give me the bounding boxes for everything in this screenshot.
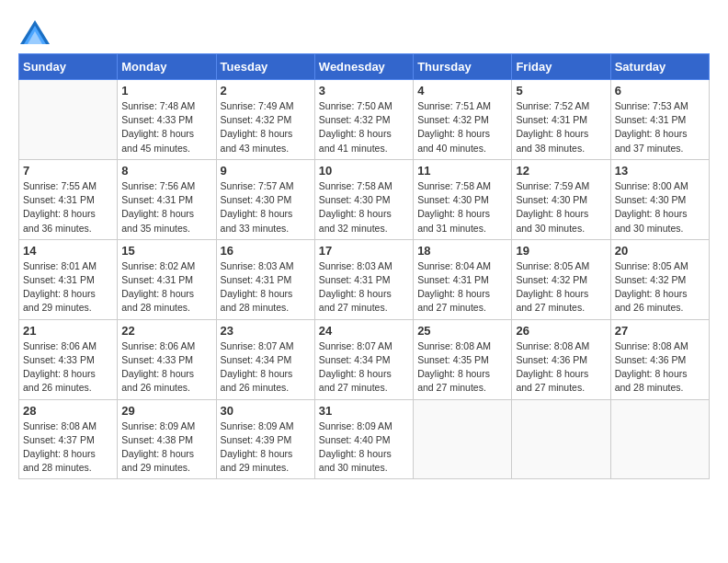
day-number: 4 xyxy=(417,84,507,98)
day-number: 14 xyxy=(23,244,113,258)
calendar-cell: 30Sunrise: 8:09 AMSunset: 4:39 PMDayligh… xyxy=(216,399,314,479)
calendar-cell: 6Sunrise: 7:53 AMSunset: 4:31 PMDaylight… xyxy=(610,80,709,160)
logo-icon xyxy=(18,18,48,44)
day-info: Sunrise: 8:09 AMSunset: 4:39 PMDaylight:… xyxy=(221,419,311,476)
day-number: 16 xyxy=(221,244,311,258)
day-info: Sunrise: 7:58 AMSunset: 4:30 PMDaylight:… xyxy=(417,179,507,236)
day-number: 7 xyxy=(23,164,113,178)
calendar-cell: 7Sunrise: 7:55 AMSunset: 4:31 PMDaylight… xyxy=(19,159,118,239)
calendar-week-0: 1Sunrise: 7:48 AMSunset: 4:33 PMDaylight… xyxy=(19,80,710,160)
calendar-cell: 1Sunrise: 7:48 AMSunset: 4:33 PMDaylight… xyxy=(118,80,216,160)
day-info: Sunrise: 8:09 AMSunset: 4:38 PMDaylight:… xyxy=(121,419,211,476)
calendar-cell: 24Sunrise: 8:07 AMSunset: 4:34 PMDayligh… xyxy=(314,319,413,399)
day-number: 22 xyxy=(121,324,211,338)
calendar-cell: 9Sunrise: 7:57 AMSunset: 4:30 PMDaylight… xyxy=(216,159,314,239)
calendar-cell: 23Sunrise: 8:07 AMSunset: 4:34 PMDayligh… xyxy=(216,319,314,399)
calendar-week-1: 7Sunrise: 7:55 AMSunset: 4:31 PMDaylight… xyxy=(19,159,710,239)
day-number: 2 xyxy=(221,84,311,98)
day-info: Sunrise: 8:07 AMSunset: 4:34 PMDaylight:… xyxy=(319,339,409,396)
calendar-body: 1Sunrise: 7:48 AMSunset: 4:33 PMDaylight… xyxy=(19,80,710,479)
day-info: Sunrise: 7:53 AMSunset: 4:31 PMDaylight:… xyxy=(615,99,705,155)
day-info: Sunrise: 8:00 AMSunset: 4:30 PMDaylight:… xyxy=(615,179,705,236)
day-number: 17 xyxy=(319,244,409,258)
day-number: 24 xyxy=(319,324,409,338)
day-number: 8 xyxy=(121,164,211,178)
calendar-cell: 14Sunrise: 8:01 AMSunset: 4:31 PMDayligh… xyxy=(19,239,118,319)
day-number: 30 xyxy=(221,404,311,418)
day-number: 3 xyxy=(319,84,409,98)
calendar-cell: 12Sunrise: 7:59 AMSunset: 4:30 PMDayligh… xyxy=(512,159,610,239)
day-number: 25 xyxy=(417,324,507,338)
calendar-table: SundayMondayTuesdayWednesdayThursdayFrid… xyxy=(18,53,710,479)
day-info: Sunrise: 8:06 AMSunset: 4:33 PMDaylight:… xyxy=(121,339,211,396)
day-number: 10 xyxy=(319,164,409,178)
weekday-header-row: SundayMondayTuesdayWednesdayThursdayFrid… xyxy=(19,54,710,80)
day-info: Sunrise: 7:58 AMSunset: 4:30 PMDaylight:… xyxy=(319,179,409,236)
day-number: 5 xyxy=(516,84,606,98)
day-number: 29 xyxy=(121,404,211,418)
day-number: 11 xyxy=(417,164,507,178)
day-info: Sunrise: 8:08 AMSunset: 4:35 PMDaylight:… xyxy=(417,339,507,396)
calendar-cell: 20Sunrise: 8:05 AMSunset: 4:32 PMDayligh… xyxy=(610,239,709,319)
day-info: Sunrise: 8:07 AMSunset: 4:34 PMDaylight:… xyxy=(221,339,311,396)
calendar-cell: 16Sunrise: 8:03 AMSunset: 4:31 PMDayligh… xyxy=(216,239,314,319)
weekday-monday: Monday xyxy=(118,54,216,80)
calendar-cell xyxy=(610,399,709,479)
calendar-cell: 26Sunrise: 8:08 AMSunset: 4:36 PMDayligh… xyxy=(512,319,610,399)
day-info: Sunrise: 7:57 AMSunset: 4:30 PMDaylight:… xyxy=(221,179,311,236)
day-number: 1 xyxy=(121,84,211,98)
calendar-cell xyxy=(512,399,610,479)
calendar-cell: 5Sunrise: 7:52 AMSunset: 4:31 PMDaylight… xyxy=(512,80,610,160)
day-info: Sunrise: 7:55 AMSunset: 4:31 PMDaylight:… xyxy=(23,179,113,236)
day-info: Sunrise: 7:48 AMSunset: 4:33 PMDaylight:… xyxy=(121,99,211,155)
weekday-saturday: Saturday xyxy=(610,54,709,80)
weekday-sunday: Sunday xyxy=(19,54,118,80)
calendar-cell: 31Sunrise: 8:09 AMSunset: 4:40 PMDayligh… xyxy=(314,399,413,479)
calendar-week-3: 21Sunrise: 8:06 AMSunset: 4:33 PMDayligh… xyxy=(19,319,710,399)
calendar-cell: 25Sunrise: 8:08 AMSunset: 4:35 PMDayligh… xyxy=(414,319,512,399)
calendar-cell: 28Sunrise: 8:08 AMSunset: 4:37 PMDayligh… xyxy=(19,399,118,479)
calendar-cell: 18Sunrise: 8:04 AMSunset: 4:31 PMDayligh… xyxy=(414,239,512,319)
calendar-cell: 11Sunrise: 7:58 AMSunset: 4:30 PMDayligh… xyxy=(414,159,512,239)
day-info: Sunrise: 7:59 AMSunset: 4:30 PMDaylight:… xyxy=(516,179,606,236)
day-info: Sunrise: 8:03 AMSunset: 4:31 PMDaylight:… xyxy=(319,259,409,316)
day-number: 19 xyxy=(516,244,606,258)
logo xyxy=(18,18,51,44)
day-info: Sunrise: 8:05 AMSunset: 4:32 PMDaylight:… xyxy=(516,259,606,316)
day-number: 20 xyxy=(615,244,705,258)
day-info: Sunrise: 8:09 AMSunset: 4:40 PMDaylight:… xyxy=(319,419,409,476)
calendar-cell xyxy=(414,399,512,479)
calendar-cell: 3Sunrise: 7:50 AMSunset: 4:32 PMDaylight… xyxy=(314,80,413,160)
day-number: 18 xyxy=(417,244,507,258)
calendar-cell: 19Sunrise: 8:05 AMSunset: 4:32 PMDayligh… xyxy=(512,239,610,319)
day-number: 27 xyxy=(615,324,705,338)
calendar-cell: 2Sunrise: 7:49 AMSunset: 4:32 PMDaylight… xyxy=(216,80,314,160)
day-info: Sunrise: 8:05 AMSunset: 4:32 PMDaylight:… xyxy=(615,259,705,316)
day-number: 26 xyxy=(516,324,606,338)
day-number: 21 xyxy=(23,324,113,338)
day-info: Sunrise: 8:08 AMSunset: 4:36 PMDaylight:… xyxy=(516,339,606,396)
calendar-cell: 4Sunrise: 7:51 AMSunset: 4:32 PMDaylight… xyxy=(414,80,512,160)
weekday-wednesday: Wednesday xyxy=(314,54,413,80)
day-info: Sunrise: 8:08 AMSunset: 4:36 PMDaylight:… xyxy=(615,339,705,396)
calendar-cell: 13Sunrise: 8:00 AMSunset: 4:30 PMDayligh… xyxy=(610,159,709,239)
day-info: Sunrise: 8:02 AMSunset: 4:31 PMDaylight:… xyxy=(121,259,211,316)
calendar-week-2: 14Sunrise: 8:01 AMSunset: 4:31 PMDayligh… xyxy=(19,239,710,319)
calendar-cell: 8Sunrise: 7:56 AMSunset: 4:31 PMDaylight… xyxy=(118,159,216,239)
day-info: Sunrise: 7:50 AMSunset: 4:32 PMDaylight:… xyxy=(319,99,409,155)
calendar-cell: 29Sunrise: 8:09 AMSunset: 4:38 PMDayligh… xyxy=(118,399,216,479)
day-info: Sunrise: 8:04 AMSunset: 4:31 PMDaylight:… xyxy=(417,259,507,316)
weekday-thursday: Thursday xyxy=(414,54,512,80)
day-number: 23 xyxy=(221,324,311,338)
calendar-cell: 10Sunrise: 7:58 AMSunset: 4:30 PMDayligh… xyxy=(314,159,413,239)
day-number: 6 xyxy=(615,84,705,98)
day-info: Sunrise: 7:49 AMSunset: 4:32 PMDaylight:… xyxy=(221,99,311,155)
calendar-cell xyxy=(19,80,118,160)
day-info: Sunrise: 7:51 AMSunset: 4:32 PMDaylight:… xyxy=(417,99,507,155)
day-info: Sunrise: 8:03 AMSunset: 4:31 PMDaylight:… xyxy=(221,259,311,316)
day-number: 15 xyxy=(121,244,211,258)
weekday-tuesday: Tuesday xyxy=(216,54,314,80)
day-info: Sunrise: 7:56 AMSunset: 4:31 PMDaylight:… xyxy=(121,179,211,236)
day-number: 28 xyxy=(23,404,113,418)
day-info: Sunrise: 8:06 AMSunset: 4:33 PMDaylight:… xyxy=(23,339,113,396)
